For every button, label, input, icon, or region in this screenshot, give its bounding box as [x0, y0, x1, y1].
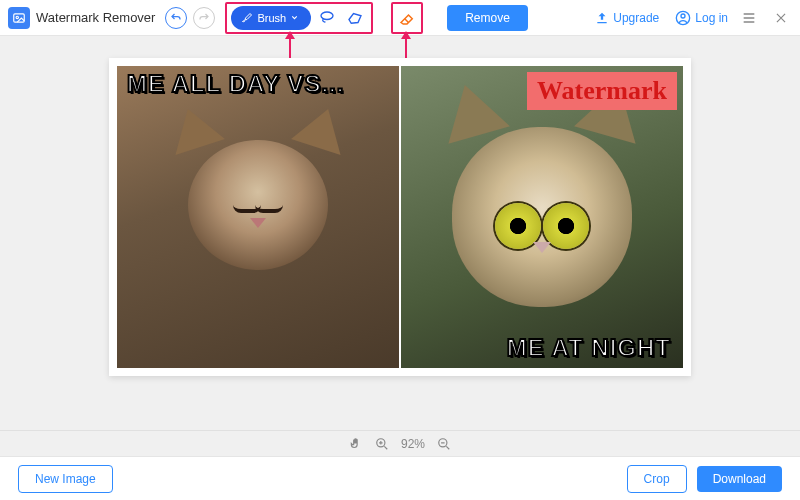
zoom-level: 92% [401, 437, 425, 451]
download-button[interactable]: Download [697, 466, 782, 492]
zoom-in-button[interactable] [375, 437, 389, 451]
meme-right-panel [401, 66, 683, 368]
app-logo-icon [8, 7, 30, 29]
svg-point-1 [16, 16, 18, 18]
close-icon [774, 11, 788, 25]
lasso-tool-button[interactable] [315, 6, 339, 30]
image-frame[interactable]: ME ALL DAY VS... ME AT NIGHT Watermark [109, 58, 691, 376]
top-toolbar: Watermark Remover Brush Remove Upgrade [0, 0, 800, 36]
upgrade-label: Upgrade [613, 11, 659, 25]
brush-tool-button[interactable]: Brush [231, 6, 311, 30]
svg-point-4 [681, 14, 685, 18]
undo-button[interactable] [165, 7, 187, 29]
eraser-tool-button[interactable] [395, 6, 419, 30]
annotation-arrow-icon [289, 32, 291, 58]
meme-text-top: ME ALL DAY VS... [127, 70, 344, 98]
eraser-tool-group [391, 2, 423, 34]
upgrade-button[interactable]: Upgrade [595, 11, 659, 25]
close-button[interactable] [770, 7, 792, 29]
polygon-tool-button[interactable] [343, 6, 367, 30]
annotation-arrow-icon [405, 32, 407, 58]
pan-tool-button[interactable] [349, 437, 363, 451]
brush-label: Brush [257, 12, 286, 24]
brush-icon [241, 12, 253, 24]
redo-button[interactable] [193, 7, 215, 29]
user-icon [675, 10, 691, 26]
lasso-icon [318, 9, 336, 27]
zoom-out-button[interactable] [437, 437, 451, 451]
meme-left-panel [117, 66, 401, 368]
watermark-overlay: Watermark [527, 72, 677, 110]
menu-icon [741, 10, 757, 26]
bottom-bar: New Image Crop Download [0, 456, 800, 500]
selection-tools-group: Brush [225, 2, 373, 34]
new-image-button[interactable]: New Image [18, 465, 113, 493]
polygon-icon [346, 9, 364, 27]
canvas-area: ME ALL DAY VS... ME AT NIGHT Watermark [0, 36, 800, 430]
zoom-in-icon [375, 437, 389, 451]
meme-image: ME ALL DAY VS... ME AT NIGHT Watermark [117, 66, 683, 368]
upload-icon [595, 11, 609, 25]
hand-icon [349, 437, 363, 451]
crop-button[interactable]: Crop [627, 465, 687, 493]
login-button[interactable]: Log in [675, 10, 728, 26]
svg-point-2 [321, 12, 333, 20]
meme-text-bottom: ME AT NIGHT [507, 334, 671, 362]
remove-button[interactable]: Remove [447, 5, 528, 31]
menu-button[interactable] [738, 7, 760, 29]
chevron-down-icon [290, 13, 299, 22]
app-title: Watermark Remover [36, 10, 155, 25]
login-label: Log in [695, 11, 728, 25]
eraser-icon [398, 9, 416, 27]
zoom-out-icon [437, 437, 451, 451]
zoom-bar: 92% [0, 430, 800, 456]
